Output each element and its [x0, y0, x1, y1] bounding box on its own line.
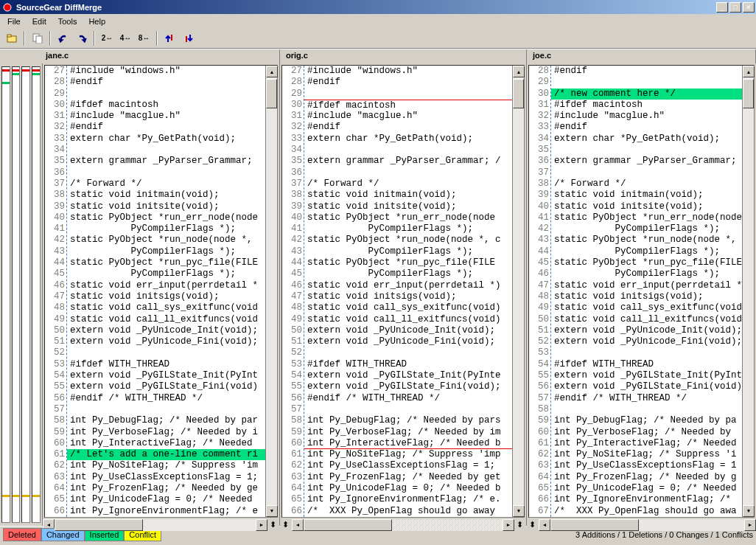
code-line[interactable]: /* new comment here */ — [551, 88, 742, 100]
code-line[interactable]: static void initsigs(void); — [67, 291, 265, 302]
center-hscroll[interactable]: ⬍◄►⬍ — [280, 519, 526, 531]
code-line[interactable]: PyCompilerFlags *); — [67, 223, 265, 235]
code-line[interactable]: static void call_ll_exitfuncs(void) — [304, 314, 512, 325]
left-code[interactable]: 2728293031323334353637383940414243444546… — [45, 66, 265, 517]
code-line[interactable]: static PyObject *run_node(node *, — [67, 235, 265, 246]
code-line[interactable]: #ifdef macintosh — [67, 100, 265, 111]
code-line[interactable]: PyCompilerFlags *); — [551, 223, 742, 235]
menu-tools[interactable]: Tools — [52, 15, 83, 27]
code-line[interactable]: static void initsite(void); — [551, 201, 742, 212]
code-line[interactable]: int Py_FrozenFlag; /* Needed by g — [551, 472, 742, 483]
code-line[interactable] — [67, 145, 265, 156]
code-line[interactable]: /* Forward */ — [67, 178, 265, 190]
copy-button[interactable] — [29, 30, 46, 46]
context4-button[interactable]: 4↔ — [117, 30, 134, 46]
code-line[interactable]: static PyObject *run_node(node *, — [551, 235, 742, 246]
code-line[interactable] — [304, 145, 512, 156]
code-line[interactable]: static PyObject *run_err_node(node — [304, 212, 512, 223]
code-line[interactable] — [551, 167, 742, 178]
context8-button[interactable]: 8↔ — [136, 30, 153, 46]
code-line[interactable] — [551, 77, 742, 88]
code-line[interactable]: static void initmain(void); — [551, 190, 742, 201]
code-line[interactable]: int Py_NoSiteFlag; /* Suppress 'im — [67, 460, 265, 471]
code-line[interactable]: PyCompilerFlags *); — [304, 268, 512, 280]
code-line[interactable]: #include "macglue.h" — [551, 111, 742, 122]
left-vscroll[interactable]: ▲▼ — [265, 66, 277, 517]
code-line[interactable] — [67, 88, 265, 100]
code-line[interactable]: #include "windows.h" — [304, 66, 512, 77]
code-line[interactable]: int Py_IgnoreEnvironmentFlag; /* — [551, 494, 742, 505]
code-line[interactable]: extern void _PyUnicode_Fini(void); — [551, 336, 742, 347]
code-line[interactable] — [304, 88, 512, 100]
code-line[interactable]: static PyObject *run_err_node(node — [551, 212, 742, 223]
code-line[interactable]: int Py_FrozenFlag; /* Needed by ge — [67, 483, 265, 494]
left-hscroll[interactable]: ◄►⬍ — [43, 519, 279, 531]
code-line[interactable]: int Py_InteractiveFlag; /* Needed — [67, 438, 265, 449]
code-line[interactable]: static void call_ll_exitfuncs(void — [551, 314, 742, 325]
center-vscroll[interactable]: ▲▼ — [512, 66, 524, 517]
code-line[interactable]: int Py_InteractiveFlag; /* Needed b — [304, 438, 512, 449]
code-line[interactable]: extern char *Py_GetPath(void); — [304, 133, 512, 145]
code-line[interactable]: static PyObject *run_pyc_file(FILE — [304, 257, 512, 268]
code-line[interactable]: /* Forward */ — [304, 178, 512, 190]
code-line[interactable] — [67, 404, 265, 415]
code-line[interactable]: int Py_UnicodeFlag = 0; /* Needed — [67, 494, 265, 505]
code-line[interactable]: #ifdef WITH_THREAD — [304, 359, 512, 370]
code-line[interactable]: extern void _PyGILState_Fini(void) — [551, 381, 742, 392]
code-line[interactable]: #include "macglue.h" — [67, 111, 265, 122]
context2-button[interactable]: 2↔ — [99, 30, 116, 46]
code-line[interactable]: static void err_input(perrdetail * — [551, 280, 742, 291]
code-line[interactable]: extern void _PyGILState_Fini(void) — [67, 381, 265, 392]
code-line[interactable]: static void call_ll_exitfuncs(void — [67, 314, 265, 325]
code-line[interactable]: int Py_UseClassExceptionsFlag = 1; — [304, 460, 512, 471]
code-line[interactable]: #endif — [551, 66, 742, 77]
code-line[interactable]: extern void _PyGILState_Fini(void); — [304, 381, 512, 392]
code-line[interactable]: static void call_sys_exitfunc(void) — [304, 302, 512, 313]
code-line[interactable]: PyCompilerFlags *); — [551, 268, 742, 280]
code-line[interactable]: int Py_UnicodeFlag = 0; /* Needed b — [304, 483, 512, 494]
code-line[interactable]: static void call_sys_exitfunc(void — [551, 302, 742, 313]
code-line[interactable]: static PyObject *run_err_node(node — [67, 212, 265, 223]
code-line[interactable] — [304, 347, 512, 358]
code-line[interactable]: extern void _PyUnicode_Fini(void); — [304, 336, 512, 347]
code-line[interactable]: static void call_sys_exitfunc(void — [67, 302, 265, 313]
center-code[interactable]: 2728293031323334353637383940414243444546… — [282, 66, 512, 517]
code-line[interactable]: int Py_VerboseFlag; /* Needed by i — [67, 427, 265, 438]
code-line[interactable]: int Py_UnicodeFlag = 0; /* Needed — [551, 483, 742, 494]
code-line[interactable]: /* XXX Py_OpenFlag should go away — [304, 506, 512, 517]
maximize-button[interactable]: □ — [729, 2, 741, 13]
code-line[interactable]: extern void _PyUnicode_Init(void); — [67, 325, 265, 336]
code-line[interactable]: extern void _PyGILState_Init(PyInt — [551, 370, 742, 381]
code-line[interactable]: static void initsigs(void); — [304, 291, 512, 302]
code-line[interactable]: static void initsite(void); — [67, 201, 265, 212]
code-line[interactable]: extern char *Py_GetPath(void); — [67, 133, 265, 145]
code-line[interactable]: PyCompilerFlags *); — [304, 223, 512, 235]
code-line[interactable]: static void initsite(void); — [304, 201, 512, 212]
code-line[interactable]: #include "windows.h" — [67, 66, 265, 77]
code-line[interactable]: #endif /* WITH_THREAD */ — [67, 393, 265, 404]
code-line[interactable]: int Py_UseClassExceptionsFlag = 1 — [551, 460, 742, 471]
menu-help[interactable]: Help — [83, 15, 111, 27]
minimize-button[interactable]: _ — [716, 2, 728, 13]
code-line[interactable]: extern void _PyGILState_Init(PyInt — [67, 370, 265, 381]
right-vscroll[interactable]: ▲▼ — [742, 66, 754, 517]
code-line[interactable]: int Py_DebugFlag; /* Needed by pars — [304, 415, 512, 426]
overview-ruler[interactable] — [0, 63, 42, 526]
code-line[interactable]: PyCompilerFlags *); — [304, 246, 512, 257]
code-line[interactable]: /* Let's add a one-line comment ri — [67, 449, 265, 460]
code-line[interactable]: #include "macglue.h" — [304, 111, 512, 122]
code-line[interactable]: int Py_FrozenFlag; /* Needed by get — [304, 472, 512, 483]
code-line[interactable] — [551, 404, 742, 415]
code-line[interactable]: static void initsigs(void); — [551, 291, 742, 302]
code-line[interactable]: int Py_InteractiveFlag; /* Needed — [551, 438, 742, 449]
right-hscroll[interactable]: ⬍◄► — [527, 519, 756, 531]
code-line[interactable]: #ifdef macintosh — [304, 100, 512, 111]
code-line[interactable]: int Py_NoSiteFlag; /* Suppress 'imp — [304, 449, 512, 460]
code-line[interactable]: int Py_UseClassExceptionsFlag = 1; — [67, 472, 265, 483]
redo-button[interactable] — [73, 30, 90, 46]
code-line[interactable] — [67, 167, 265, 178]
code-line[interactable]: #endif — [304, 122, 512, 133]
code-line[interactable]: PyCompilerFlags *); — [67, 268, 265, 280]
code-line[interactable] — [67, 347, 265, 358]
code-line[interactable]: int Py_NoSiteFlag; /* Suppress 'i — [551, 449, 742, 460]
